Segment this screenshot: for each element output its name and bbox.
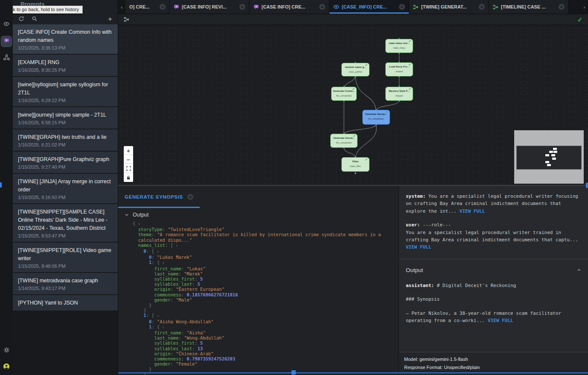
view-full-link[interactable]: VIEW FULL	[406, 244, 431, 250]
check-icon: ✓	[352, 88, 355, 91]
close-icon[interactable]: ×	[160, 4, 166, 10]
tab-generate-synopsis[interactable]: GENERATE SYNOPSIS ×	[118, 186, 200, 208]
prompt-list-item[interactable]: [PYTHON] Yaml to JSON	[13, 295, 118, 311]
prompt-list-item[interactable]: [TWINE][GRAPH} two truths and a lie1/16/…	[13, 129, 118, 151]
lock-button[interactable]	[124, 173, 133, 182]
resize-handle[interactable]	[291, 370, 296, 375]
editor-tab[interactable]: O] CRE...×	[125, 0, 170, 14]
graph-node[interactable]: ✓Generate Synop...llm_completion	[362, 110, 390, 125]
view-full-link[interactable]: VIEW FULL	[488, 318, 513, 323]
search-icon[interactable]	[32, 16, 38, 22]
check-icon: ✓	[353, 135, 356, 138]
json-output-view[interactable]: { ∨ storyType: "TwistedLoveTriangle" the…	[118, 220, 399, 375]
close-icon[interactable]: ×	[399, 4, 405, 10]
settings-button[interactable]	[1, 346, 12, 356]
graph-node[interactable]: ✓random name g...exec_python	[341, 63, 370, 76]
graph-node[interactable]: ✓Filterstate_filter	[341, 157, 370, 172]
prompts-nav-icon[interactable]	[1, 36, 12, 47]
user-role-line: ---role---	[420, 222, 451, 228]
prompt-icon	[174, 4, 179, 10]
prompt-timestamp: 1/16/2025, 6:58:15 PM	[18, 120, 113, 125]
close-icon[interactable]: ×	[319, 4, 325, 10]
tabs-scroll-right[interactable]: ›	[581, 0, 588, 14]
close-icon[interactable]: ×	[239, 4, 245, 10]
graph-node[interactable]: ✓Generate Comm...llm_completion	[331, 87, 357, 101]
tab-label: [TWINE] GENERAT...	[421, 4, 476, 9]
zoom-out-button[interactable]: −	[124, 155, 133, 164]
output-tabstrip: GENERATE SYNOPSIS ×	[118, 186, 399, 208]
prompt-list-item[interactable]: [TWINE] [JINJA] Array merge in correct o…	[13, 174, 118, 203]
gear-icon	[3, 347, 10, 355]
graph-node[interactable]: ✓Generate Introd...llm_completion	[330, 134, 358, 148]
fit-view-button[interactable]	[124, 164, 133, 173]
main-area: ‹ O] CRE...×[CASE INFO] REVI...×[CASE IN…	[118, 0, 588, 375]
zoom-in-button[interactable]: +	[124, 146, 133, 155]
workflow-nav-icon[interactable]	[1, 53, 12, 63]
prompt-icon	[253, 4, 259, 10]
assistant-message: assistant: # Digital Deceit's Reckoning	[406, 282, 581, 289]
prompt-list-item[interactable]: [CASE INFO] Create Common Info with rand…	[13, 24, 118, 54]
run-success-check-icon: ✓	[577, 16, 582, 23]
node-subtitle: snippet	[386, 94, 413, 97]
close-icon[interactable]: ×	[187, 194, 193, 200]
node-graph-canvas[interactable]: ✓state mkey stor...state_mkey✓random nam…	[118, 25, 588, 185]
divider	[399, 259, 588, 259]
minimap-node	[552, 158, 556, 160]
prompt-timestamp: 1/16/2025, 6:29:22 PM	[18, 98, 113, 103]
editor-tab[interactable]: [CASE INFO] CRE...×	[250, 0, 329, 14]
prompt-title: [TWINE][GRAPH]Pure Graphviz graph	[18, 155, 113, 164]
prompt-list-item[interactable]: [TWINE][GRAPH]Pure Graphviz graph1/15/20…	[13, 152, 118, 173]
canvas-header: ✓	[118, 14, 588, 25]
editor-tab[interactable]: [TWINE] GENERAT...×	[409, 0, 489, 14]
editor-tab[interactable]: [CASE INFO] REVI...×	[170, 0, 250, 14]
output-section-header[interactable]: Output	[118, 208, 399, 220]
run-details-panel: system: You are a specialist legal proce…	[399, 186, 588, 375]
prompt-list-item[interactable]: [TWINE] metroidvania case graph1/14/2025…	[13, 273, 118, 294]
model-info-footer: Model: gemini/gemini-1.5-flash Response …	[399, 352, 588, 375]
close-icon[interactable]: ×	[559, 4, 565, 10]
prompts-panel: Prompts Click to go back, hold to see hi…	[13, 0, 118, 375]
view-full-link[interactable]: VIEW FULL	[460, 208, 485, 214]
model-line: Model: gemini/gemini-1.5-flash	[404, 355, 583, 363]
tabs-scroll-left[interactable]: ‹	[118, 0, 125, 14]
assistant-text: # Digital Deceit's Reckoning	[434, 283, 516, 288]
prompt-timestamp: 1/15/2025, 8:48:06 PM	[18, 264, 113, 269]
prompt-list-item[interactable]: [twine][journey] simple sample - 2T1L1/1…	[13, 107, 118, 129]
prompt-title: [twine][syllogism] sample syllogism for …	[18, 81, 113, 97]
synopsis-text-block: — Petar Nikolov, a 38-year-old romance s…	[406, 310, 581, 325]
prompt-timestamp: 1/15/2025, 8:53:47 PM	[18, 233, 113, 238]
lock-icon	[126, 176, 131, 180]
prompt-list-item[interactable]: [TWINE][SNIPPET][ROLE] Video game writer…	[13, 243, 118, 272]
check-icon: ✓	[408, 40, 411, 43]
minimap[interactable]	[514, 130, 584, 184]
graph-node[interactable]: ✓Load Story For...snippet	[385, 62, 413, 76]
details-output-header[interactable]: Output	[406, 266, 581, 275]
node-subtitle: llm_completion	[332, 94, 356, 97]
eye-icon[interactable]	[1, 20, 12, 30]
refresh-icon[interactable]	[18, 16, 24, 22]
resize-tick-right	[586, 183, 588, 188]
close-icon[interactable]: ×	[479, 4, 485, 10]
graph-node[interactable]: ✓state mkey stor...state_mkey	[385, 39, 413, 53]
user-text: You are a specialist legal procedural wr…	[406, 229, 581, 244]
prompt-list-item[interactable]: [EXAMPLE] RNG1/16/2025, 8:30:25 PM	[13, 55, 118, 76]
prompt-title: [EXAMPLE] RNG	[18, 59, 113, 67]
prompt-list-item[interactable]: [TWINE][SNIPPET][SAMPLE CASE] Online Thr…	[13, 204, 118, 242]
graph-node[interactable]: ✓Mystery Style F...snippet	[385, 87, 413, 101]
user-avatar[interactable]	[1, 362, 12, 372]
editor-tab[interactable]: [CASE_INFO] CRE...×	[329, 0, 409, 14]
check-icon: ✓	[365, 158, 368, 161]
graph-icon	[413, 4, 419, 10]
editor-tab[interactable]: [TIMELINE] CASE ...×	[489, 0, 569, 14]
minimap-node	[553, 148, 557, 150]
user-message: user: ---role--- You are a specialist le…	[406, 221, 581, 251]
canvas-zoom-controls: + −	[124, 146, 133, 182]
prompt-list-item[interactable]: [twine][syllogism] sample syllogism for …	[13, 77, 118, 106]
prompt-timestamp: 1/15/2025, 9:16:50 PM	[18, 195, 113, 200]
prompt-timestamp: 1/16/2025, 6:21:02 PM	[18, 142, 113, 147]
node-subtitle: snippet	[386, 70, 413, 73]
chevron-down-icon	[125, 213, 129, 217]
assistant-label: assistant:	[406, 283, 434, 288]
add-prompt-button[interactable]: +	[108, 15, 112, 23]
node-subtitle: llm_completion	[363, 117, 390, 120]
